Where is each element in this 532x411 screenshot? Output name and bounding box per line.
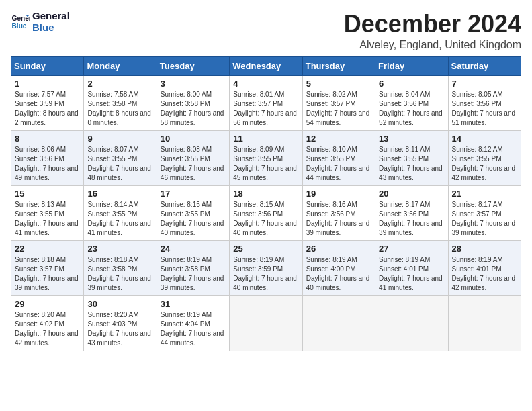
- day-info: Sunrise: 8:01 AMSunset: 3:57 PMDaylight:…: [233, 90, 298, 128]
- calendar-cell: 7Sunrise: 8:05 AMSunset: 3:56 PMDaylight…: [448, 75, 521, 130]
- day-info: Sunrise: 8:15 AMSunset: 3:55 PMDaylight:…: [161, 200, 226, 238]
- day-number: 24: [161, 244, 226, 254]
- day-info: Sunrise: 8:06 AMSunset: 3:56 PMDaylight:…: [15, 145, 80, 183]
- logo-line2: Blue: [32, 21, 54, 33]
- day-info: Sunrise: 8:19 AMSunset: 3:58 PMDaylight:…: [161, 255, 226, 293]
- day-info: Sunrise: 8:17 AMSunset: 3:57 PMDaylight:…: [452, 200, 517, 238]
- month-title: December 2024: [344, 11, 521, 38]
- page-header: General Blue General Blue December 2024 …: [11, 11, 521, 51]
- calendar-cell: 12Sunrise: 8:10 AMSunset: 3:55 PMDayligh…: [302, 130, 375, 185]
- day-number: 28: [452, 244, 517, 254]
- day-info: Sunrise: 8:20 AMSunset: 4:02 PMDaylight:…: [15, 310, 80, 348]
- day-number: 23: [87, 244, 152, 254]
- logo-line1: General: [32, 10, 70, 21]
- day-info: Sunrise: 8:04 AMSunset: 3:56 PMDaylight:…: [379, 90, 444, 128]
- calendar-cell: 9Sunrise: 8:07 AMSunset: 3:55 PMDaylight…: [84, 130, 157, 185]
- day-number: 15: [15, 189, 80, 199]
- calendar-week-row: 8Sunrise: 8:06 AMSunset: 3:56 PMDaylight…: [11, 130, 521, 185]
- calendar-cell: 27Sunrise: 8:19 AMSunset: 4:01 PMDayligh…: [375, 240, 448, 295]
- day-info: Sunrise: 8:14 AMSunset: 3:55 PMDaylight:…: [87, 200, 152, 238]
- day-number: 26: [306, 244, 371, 254]
- calendar-week-row: 1Sunrise: 7:57 AMSunset: 3:59 PMDaylight…: [11, 75, 521, 130]
- day-info: Sunrise: 8:13 AMSunset: 3:55 PMDaylight:…: [15, 200, 80, 238]
- calendar-cell: 17Sunrise: 8:15 AMSunset: 3:55 PMDayligh…: [157, 185, 229, 240]
- calendar-cell: 22Sunrise: 8:18 AMSunset: 3:57 PMDayligh…: [11, 240, 84, 295]
- calendar-cell: 3Sunrise: 8:00 AMSunset: 3:58 PMDaylight…: [157, 75, 229, 130]
- calendar-table: SundayMondayTuesdayWednesdayThursdayFrid…: [11, 56, 521, 351]
- location-subtitle: Alveley, England, United Kingdom: [344, 39, 521, 51]
- calendar-cell: 6Sunrise: 8:04 AMSunset: 3:56 PMDaylight…: [375, 75, 448, 130]
- calendar-cell: 10Sunrise: 8:08 AMSunset: 3:55 PMDayligh…: [157, 130, 229, 185]
- day-info: Sunrise: 8:08 AMSunset: 3:55 PMDaylight:…: [161, 145, 226, 183]
- day-number: 17: [161, 189, 226, 199]
- column-header-wednesday: Wednesday: [230, 56, 302, 75]
- day-info: Sunrise: 8:16 AMSunset: 3:56 PMDaylight:…: [306, 200, 371, 238]
- column-header-thursday: Thursday: [302, 56, 375, 75]
- day-info: Sunrise: 7:57 AMSunset: 3:59 PMDaylight:…: [15, 90, 80, 128]
- day-number: 27: [379, 244, 444, 254]
- calendar-cell: 14Sunrise: 8:12 AMSunset: 3:55 PMDayligh…: [448, 130, 521, 185]
- calendar-cell: 20Sunrise: 8:17 AMSunset: 3:56 PMDayligh…: [375, 185, 448, 240]
- day-info: Sunrise: 8:00 AMSunset: 3:58 PMDaylight:…: [161, 90, 226, 128]
- day-info: Sunrise: 8:20 AMSunset: 4:03 PMDaylight:…: [87, 310, 152, 348]
- calendar-cell: 24Sunrise: 8:19 AMSunset: 3:58 PMDayligh…: [157, 240, 229, 295]
- day-number: 1: [15, 79, 80, 89]
- day-info: Sunrise: 8:19 AMSunset: 4:01 PMDaylight:…: [379, 255, 444, 293]
- calendar-cell: 30Sunrise: 8:20 AMSunset: 4:03 PMDayligh…: [84, 295, 157, 351]
- svg-text:Blue: Blue: [12, 22, 27, 30]
- calendar-cell: 5Sunrise: 8:02 AMSunset: 3:57 PMDaylight…: [302, 75, 375, 130]
- calendar-cell: 4Sunrise: 8:01 AMSunset: 3:57 PMDaylight…: [230, 75, 302, 130]
- day-number: 7: [452, 79, 517, 89]
- calendar-cell: 26Sunrise: 8:19 AMSunset: 4:00 PMDayligh…: [302, 240, 375, 295]
- calendar-cell: 21Sunrise: 8:17 AMSunset: 3:57 PMDayligh…: [448, 185, 521, 240]
- calendar-cell: [448, 295, 521, 351]
- day-number: 12: [306, 134, 371, 144]
- calendar-cell: 13Sunrise: 8:11 AMSunset: 3:55 PMDayligh…: [375, 130, 448, 185]
- day-number: 6: [379, 79, 444, 89]
- day-number: 31: [161, 299, 226, 309]
- day-number: 13: [379, 134, 444, 144]
- day-number: 10: [161, 134, 226, 144]
- day-number: 30: [87, 299, 152, 309]
- calendar-cell: 11Sunrise: 8:09 AMSunset: 3:55 PMDayligh…: [230, 130, 302, 185]
- column-header-sunday: Sunday: [11, 56, 84, 75]
- logo-icon: General Blue: [11, 13, 30, 32]
- day-info: Sunrise: 8:19 AMSunset: 3:59 PMDaylight:…: [233, 255, 298, 293]
- calendar-cell: 29Sunrise: 8:20 AMSunset: 4:02 PMDayligh…: [11, 295, 84, 351]
- day-info: Sunrise: 7:58 AMSunset: 3:58 PMDaylight:…: [87, 90, 152, 128]
- column-header-saturday: Saturday: [448, 56, 521, 75]
- day-info: Sunrise: 8:11 AMSunset: 3:55 PMDaylight:…: [379, 145, 444, 183]
- day-info: Sunrise: 8:19 AMSunset: 4:01 PMDaylight:…: [452, 255, 517, 293]
- day-number: 5: [306, 79, 371, 89]
- day-info: Sunrise: 8:15 AMSunset: 3:56 PMDaylight:…: [233, 200, 298, 238]
- column-header-monday: Monday: [84, 56, 157, 75]
- calendar-cell: 31Sunrise: 8:19 AMSunset: 4:04 PMDayligh…: [157, 295, 229, 351]
- day-info: Sunrise: 8:18 AMSunset: 3:57 PMDaylight:…: [15, 255, 80, 293]
- calendar-cell: 28Sunrise: 8:19 AMSunset: 4:01 PMDayligh…: [448, 240, 521, 295]
- calendar-cell: [302, 295, 375, 351]
- day-info: Sunrise: 8:10 AMSunset: 3:55 PMDaylight:…: [306, 145, 371, 183]
- calendar-cell: 18Sunrise: 8:15 AMSunset: 3:56 PMDayligh…: [230, 185, 302, 240]
- calendar-cell: 8Sunrise: 8:06 AMSunset: 3:56 PMDaylight…: [11, 130, 84, 185]
- day-info: Sunrise: 8:02 AMSunset: 3:57 PMDaylight:…: [306, 90, 371, 128]
- day-number: 4: [233, 79, 298, 89]
- day-number: 21: [452, 189, 517, 199]
- calendar-header-row: SundayMondayTuesdayWednesdayThursdayFrid…: [11, 56, 521, 75]
- day-info: Sunrise: 8:07 AMSunset: 3:55 PMDaylight:…: [87, 145, 152, 183]
- day-number: 2: [87, 79, 152, 89]
- day-number: 20: [379, 189, 444, 199]
- day-number: 3: [161, 79, 226, 89]
- day-info: Sunrise: 8:12 AMSunset: 3:55 PMDaylight:…: [452, 145, 517, 183]
- calendar-cell: 25Sunrise: 8:19 AMSunset: 3:59 PMDayligh…: [230, 240, 302, 295]
- calendar-cell: 19Sunrise: 8:16 AMSunset: 3:56 PMDayligh…: [302, 185, 375, 240]
- logo: General Blue General Blue: [11, 11, 70, 33]
- day-number: 18: [233, 189, 298, 199]
- day-number: 22: [15, 244, 80, 254]
- column-header-friday: Friday: [375, 56, 448, 75]
- day-number: 16: [87, 189, 152, 199]
- calendar-cell: 1Sunrise: 7:57 AMSunset: 3:59 PMDaylight…: [11, 75, 84, 130]
- title-block: December 2024 Alveley, England, United K…: [344, 11, 521, 51]
- calendar-cell: [230, 295, 302, 351]
- day-info: Sunrise: 8:19 AMSunset: 4:00 PMDaylight:…: [306, 255, 371, 293]
- day-number: 9: [87, 134, 152, 144]
